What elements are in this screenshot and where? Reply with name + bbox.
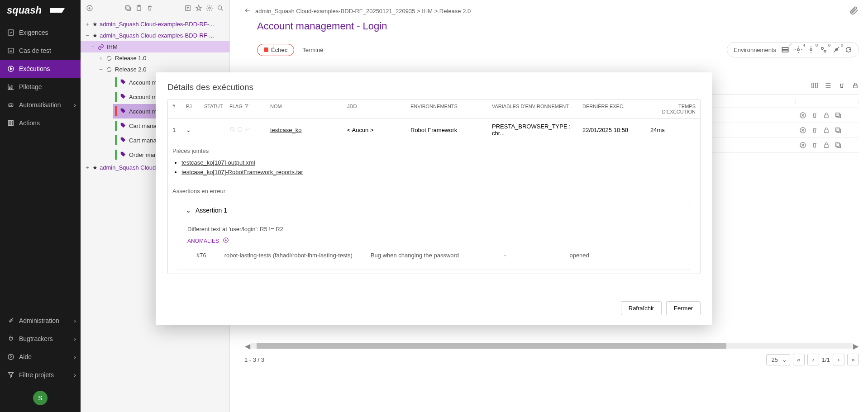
add-anomaly-icon[interactable] [223,237,229,245]
col-vars: VARIABLES D'ENVIRONNEMENT [487,104,578,114]
anomaly-desc: Bug when changing the password [371,252,459,259]
col-num: # [168,104,181,114]
col-name: NOM [266,104,343,114]
flag-icon [229,126,236,134]
svg-point-64 [238,127,242,131]
col-time: TEMPS D'EXÉCUTION [641,104,700,114]
testcase-link[interactable]: testcase_ko [270,127,301,133]
anomaly-id-link[interactable]: #76 [196,252,206,259]
refresh-button[interactable]: Rafraîchir [621,301,662,315]
flag-icon [244,126,250,134]
svg-line-63 [234,130,235,131]
anomalies-title: ANOMALIES [187,238,219,244]
chevron-down-icon: ⌄ [186,207,191,214]
svg-point-62 [230,127,234,130]
modal-title: Détails des exécutions [167,82,701,92]
filter-icon[interactable] [244,104,249,114]
anomaly-col3: - [504,252,506,259]
close-button[interactable]: Fermer [666,301,701,315]
modal-table-row[interactable]: 1 ⌄ testcase_ko < Aucun > Robot Framewor… [168,118,700,141]
assertion-toggle[interactable]: ⌄ Assertion 1 [178,202,690,218]
anomaly-row[interactable]: #76 robot-lasting-tests (fahadi/robot-ih… [187,248,681,262]
col-pj: PJ [181,104,200,114]
execution-details-modal: Détails des exécutions # PJ STATUT FLAG … [156,72,712,325]
attachment-link[interactable]: testcase_ko[107]-output.xml [181,159,255,166]
modal-overlay: Détails des exécutions # PJ STATUT FLAG … [0,0,868,412]
assertions-title: Assertions en erreur [168,181,700,198]
chevron-down-icon[interactable]: ⌄ [181,127,200,133]
col-jdd: JDD [343,104,406,114]
col-last: DERNIÈRE EXÉC. [578,104,641,114]
flag-icon [237,126,243,134]
attachment-link[interactable]: testcase_ko[107]-RobotFramework_reports.… [181,169,303,175]
attachments-title: Pièces jointes [168,141,700,158]
col-status: STATUT [200,104,225,114]
col-flag: FLAG [225,104,266,114]
col-env: ENVIRONNEMENTS [406,104,487,114]
assertion-text: Different text at 'user/login': R5 != R2 [187,226,681,232]
attachments-list: testcase_ko[107]-output.xml testcase_ko[… [168,158,700,181]
assertion-label: Assertion 1 [196,207,227,214]
anomaly-project: robot-lasting-tests (fahadi/robot-ihm-la… [224,252,353,259]
anomaly-status: opened [569,252,589,259]
